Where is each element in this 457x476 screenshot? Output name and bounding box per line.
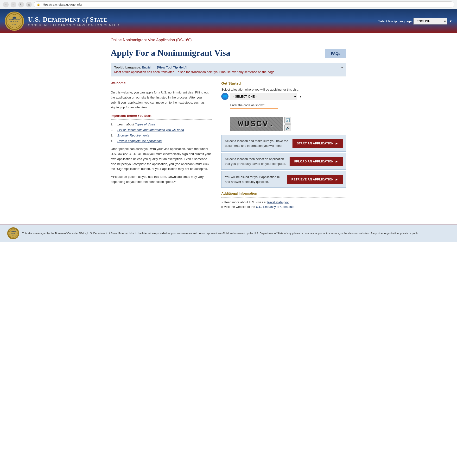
department-seal: DEPARTMENT OF STATE U.S.A.: [5, 11, 24, 31]
header-title-block: U.S. DEPARTMENT of STATE Consular Electr…: [28, 16, 120, 27]
list-item: 2. List of Documents and Information you…: [111, 128, 212, 132]
additional-info-divider: [221, 197, 346, 197]
lock-icon: 🔒: [37, 3, 40, 6]
header-right: Select Tooltip Language ENGLISH SPANISH …: [374, 16, 457, 27]
documents-list-link[interactable]: List of Documents and Information you wi…: [117, 128, 184, 132]
list-num: 2.: [111, 128, 115, 132]
captcha-image: WUSCV.: [230, 117, 283, 131]
svg-text:U.S.A.: U.S.A.: [12, 235, 15, 236]
retrieve-application-button[interactable]: RETRIEVE AN APPLICATION ►: [287, 175, 343, 184]
body-text-1: Other people can assist you with your vi…: [111, 147, 212, 171]
site-header: DEPARTMENT OF STATE U.S.A. U.S. DEPARTME…: [0, 9, 457, 33]
globe-icon: 🌐: [221, 93, 228, 100]
upload-application-text: Select a location then select an applica…: [225, 157, 287, 166]
additional-link-1: » Read more about U.S. visas at travel.s…: [221, 200, 346, 204]
captcha-image-row: WUSCV. 🔄 🔊: [230, 117, 346, 131]
captcha-text: WUSCV.: [238, 119, 275, 129]
refresh-button[interactable]: ↻: [18, 2, 24, 8]
welcome-text: On this website, you can apply for a U.S…: [111, 90, 212, 110]
captcha-refresh-button[interactable]: 🔄: [284, 117, 291, 124]
site-title: U.S. DEPARTMENT of STATE: [28, 16, 120, 23]
travel-state-gov-link[interactable]: travel.state.gov.: [267, 200, 289, 204]
embassy-consulate-link[interactable]: U.S. Embassy or Consulate.: [256, 205, 295, 209]
retrieve-application-label: RETRIEVE AN APPLICATION: [291, 178, 334, 181]
tooltip-bar-line1: Tooltip Language: English [View Tool Tip…: [114, 66, 343, 69]
before-start-heading: Important: Before You Start: [111, 114, 212, 118]
location-label: Select a location where you will be appl…: [221, 88, 346, 91]
start-application-button[interactable]: START AN APPLICATION ►: [292, 139, 343, 148]
upload-application-label: UPLOAD AN APPLICATION: [294, 160, 334, 163]
captcha-controls: 🔄 🔊: [284, 117, 291, 131]
main-content: Online Nonimmigrant Visa Application (DS…: [103, 33, 354, 214]
start-application-label: START AN APPLICATION: [297, 142, 334, 145]
footer-seal: DEPT OF STATE U.S.A.: [7, 227, 19, 239]
svg-text:OF STATE: OF STATE: [10, 21, 18, 23]
footer-text: This site is managed by the Bureau of Co…: [22, 231, 420, 236]
body-text-2: **Please be patient as you use this form…: [111, 174, 212, 185]
browser-chrome: ← → ↻ ⌂ 🔒 https://ceac.state.gov/genniv/: [0, 0, 457, 9]
upload-application-box: Select a location then select an applica…: [221, 153, 346, 170]
browser-requirements-link[interactable]: Browser Requirements: [117, 134, 149, 137]
tooltip-language-select[interactable]: ENGLISH SPANISH FRENCH PORTUGUESE CHINES…: [413, 18, 447, 25]
faq-button[interactable]: FAQs: [325, 49, 346, 58]
list-num: 1.: [111, 123, 115, 126]
list-item: 1. Learn about Types of Visas: [111, 123, 212, 126]
list-num: 3.: [111, 134, 115, 137]
start-application-text: Select a location and make sure you have…: [225, 139, 290, 148]
before-start-divider: [111, 119, 212, 120]
before-start-list: 1. Learn about Types of Visas 2. List of…: [111, 123, 212, 143]
additional-link-2-prefix: » Visit the website of the: [221, 205, 256, 209]
types-of-visas-link[interactable]: Types of Visas: [135, 123, 155, 126]
captcha-label: Enter the code as shown:: [230, 103, 346, 107]
tooltip-language-label: Select Tooltip Language: [378, 19, 412, 23]
location-select[interactable]: - SELECT ONE -: [230, 93, 297, 100]
retrieve-application-box: You will be asked for your application I…: [221, 171, 346, 188]
list-item-text: List of Documents and Information you wi…: [117, 128, 184, 132]
tooltip-bar-line2: Most of this application has been transl…: [114, 70, 343, 74]
additional-info-section: Additional Information » Read more about…: [221, 192, 346, 209]
header-left: DEPARTMENT OF STATE U.S.A. U.S. DEPARTME…: [0, 9, 124, 33]
list-num: 4.: [111, 139, 115, 143]
back-button[interactable]: ←: [3, 2, 9, 8]
site-subtitle: Consular Electronic Application Center: [28, 23, 120, 27]
get-started-heading: Get Started: [221, 81, 346, 85]
tooltip-bar-language: English: [142, 66, 152, 69]
page-title-row: Apply For a Nonimmigrant Visa FAQs: [111, 48, 346, 58]
page-subtitle: Online Nonimmigrant Visa Application (DS…: [111, 38, 346, 45]
location-row: 🌐 - SELECT ONE - ▼: [221, 93, 346, 100]
view-tooltip-help-link[interactable]: [View Tool Tip Help]: [157, 66, 187, 69]
list-item-text: Browser Requirements: [117, 134, 149, 137]
additional-link-2: » Visit the website of the U.S. Embassy …: [221, 205, 346, 209]
dropdown-arrow-icon: ▼: [449, 19, 452, 23]
svg-text:STATE: STATE: [11, 233, 15, 234]
retrieve-application-text: You will be asked for your application I…: [225, 175, 285, 184]
address-bar[interactable]: 🔒 https://ceac.state.gov/genniv/: [34, 1, 454, 8]
start-application-box: Select a location and make sure you have…: [221, 135, 346, 152]
location-dropdown-arrow-icon: ▼: [299, 94, 302, 98]
retrieve-arrow-icon: ►: [335, 178, 338, 181]
captcha-input[interactable]: [230, 108, 278, 114]
tooltip-bar-label: Tooltip Language:: [114, 66, 141, 69]
how-to-complete-link[interactable]: How to complete the application: [117, 139, 162, 143]
start-arrow-icon: ►: [335, 142, 338, 145]
forward-button[interactable]: →: [11, 2, 16, 8]
tooltip-bar-arrow-icon: ▼: [340, 66, 344, 69]
tooltip-bar: ▼ Tooltip Language: English [View Tool T…: [111, 63, 346, 76]
left-column: Welcome! On this website, you can apply …: [111, 81, 212, 187]
list-item-text: How to complete the application: [117, 139, 162, 143]
right-column: Get Started Select a location where you …: [221, 81, 346, 210]
welcome-heading: Welcome!: [111, 81, 212, 85]
svg-text:U.S.A.: U.S.A.: [12, 24, 17, 26]
additional-link-1-prefix: » Read more about U.S. visas at: [221, 200, 267, 204]
upload-arrow-icon: ►: [335, 160, 338, 163]
additional-info-heading: Additional Information: [221, 192, 346, 195]
upload-application-button[interactable]: UPLOAD AN APPLICATION ►: [290, 157, 343, 166]
list-item: 3. Browser Requirements: [111, 134, 212, 137]
captcha-audio-button[interactable]: 🔊: [284, 125, 291, 131]
home-button[interactable]: ⌂: [26, 2, 32, 8]
list-item: 4. How to complete the application: [111, 139, 212, 143]
url-text: https://ceac.state.gov/genniv/: [42, 3, 82, 6]
page-title: Apply For a Nonimmigrant Visa: [111, 48, 230, 58]
svg-text:DEPT OF: DEPT OF: [11, 231, 16, 233]
welcome-divider: [111, 87, 212, 87]
